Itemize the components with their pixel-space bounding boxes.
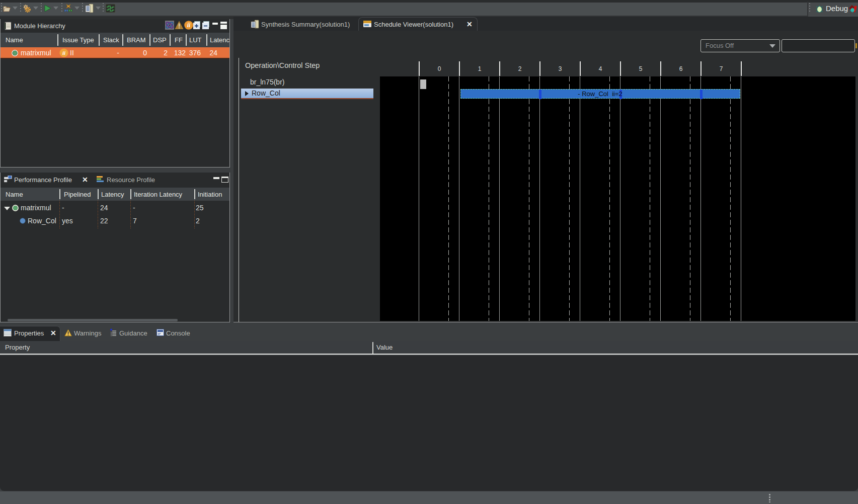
svg-text:ii: ii: [62, 50, 66, 56]
svg-text:ii: ii: [187, 22, 191, 29]
